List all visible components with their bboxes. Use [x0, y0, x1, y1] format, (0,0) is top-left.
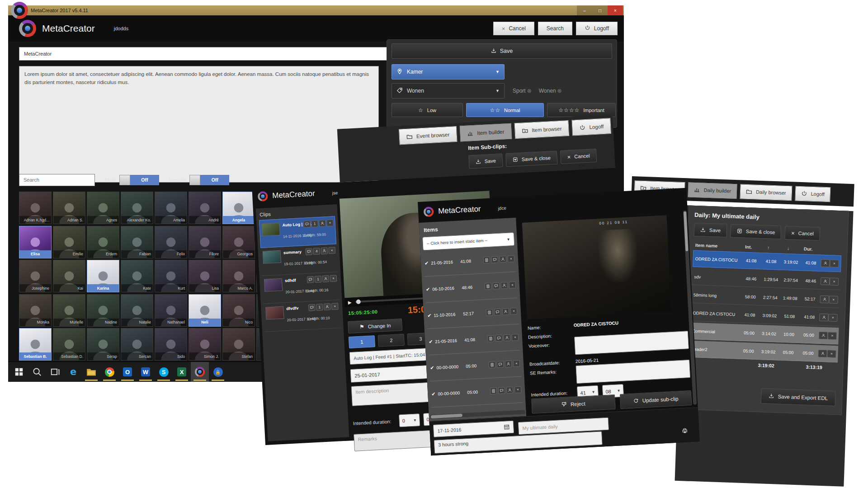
maximize-button[interactable]: □ [592, 5, 608, 15]
person-icon[interactable] [502, 308, 509, 315]
remove-row-icon[interactable]: × [828, 332, 837, 340]
cancel-button[interactable]: ×Cancel [560, 149, 597, 164]
delete-item-icon[interactable]: × [507, 255, 514, 263]
person-icon[interactable] [322, 275, 330, 282]
item-list-row[interactable]: ✔11-10-201652:17× [426, 298, 519, 329]
male-toggle[interactable]: Off [119, 175, 159, 185]
daily-table-row[interactable]: Leader205:003:19:0205:0005:00× [689, 341, 838, 362]
comment-icon[interactable] [493, 282, 500, 290]
taskbar-search-icon[interactable] [28, 362, 46, 382]
video-preview[interactable]: 00 21 08 11 [522, 215, 672, 319]
person-icon[interactable] [321, 247, 328, 254]
update-subclip-button[interactable]: Update sub-clip [620, 390, 692, 409]
item-list-row[interactable]: ✔21-05-201641:08× [427, 324, 520, 356]
comment-icon[interactable] [308, 304, 316, 311]
person-card[interactable]: Lisa [189, 260, 221, 292]
delete-item-icon[interactable]: × [514, 386, 522, 394]
person-card[interactable]: Serap [87, 328, 119, 361]
taskbar-taskview-icon[interactable] [46, 362, 64, 382]
person-card[interactable]: Emilie [53, 226, 85, 258]
person-icon[interactable] [504, 334, 511, 342]
clip-count-badge[interactable]: 1 [311, 220, 318, 227]
delete-item-icon[interactable]: × [513, 360, 520, 367]
clip-count-badge[interactable]: 4 [313, 248, 320, 255]
delete-item-icon[interactable]: × [509, 282, 516, 289]
doc-icon[interactable] [489, 361, 496, 368]
tag-chip[interactable]: Sport⊗ [513, 88, 532, 94]
person-icon[interactable] [500, 256, 507, 263]
person-card[interactable]: Amelia [155, 192, 187, 224]
person-card[interactable]: Fabian [121, 226, 153, 258]
close-button[interactable]: × [608, 5, 623, 15]
person-card[interactable]: Kai [53, 260, 85, 292]
comment-icon[interactable] [497, 361, 504, 368]
metadata-name-input[interactable] [19, 47, 387, 61]
save-export-edl-button[interactable]: Save and Export EDL [761, 388, 836, 406]
person-card[interactable]: Filore [189, 226, 221, 258]
location-dropdown[interactable]: Kamer▼ [392, 64, 505, 80]
save-close-button[interactable]: Save & close [730, 224, 781, 239]
priority-low-button[interactable]: ☆Low [392, 103, 463, 117]
person-card[interactable]: Karina [87, 260, 119, 292]
person-card[interactable]: Nathanael [155, 294, 187, 327]
change-in-button[interactable]: ⚑Change In [348, 319, 402, 333]
play-icon[interactable]: ▶ [348, 300, 352, 305]
daily-tab-daily-builder[interactable]: Daily builder [688, 182, 737, 199]
remove-row-icon[interactable]: × [828, 314, 838, 322]
taskbar-outlook-icon[interactable]: O [118, 362, 137, 382]
person-icon[interactable] [820, 295, 829, 303]
clip-list-item[interactable]: dfvdfv20-01-2017 10:43Length: 00:101× [264, 300, 341, 332]
delete-clip-icon[interactable]: × [326, 220, 334, 227]
comment-icon[interactable] [498, 387, 505, 394]
taskbar-start-icon[interactable] [10, 362, 28, 382]
comment-icon[interactable] [307, 276, 314, 283]
delete-item-icon[interactable]: × [512, 334, 519, 341]
cancel-button[interactable]: ×Cancel [785, 226, 821, 241]
person-card[interactable]: Adrian S. [53, 192, 85, 224]
person-card[interactable]: Nico [222, 294, 255, 327]
person-card[interactable]: Neli [189, 294, 221, 327]
person-card[interactable]: Nadine [87, 294, 119, 327]
search-button[interactable]: Search [538, 22, 572, 35]
save-button[interactable]: Save [392, 43, 612, 59]
person-card[interactable]: Stefan [222, 328, 255, 361]
person-card[interactable]: Adrian K.hgd... [19, 192, 52, 224]
daily-tab-daily-browser[interactable]: Daily browser [740, 184, 793, 201]
delete-clip-icon[interactable]: × [331, 303, 339, 310]
save-close-button[interactable]: Save & close [505, 150, 558, 167]
remove-tag-icon[interactable]: ⊗ [557, 88, 562, 94]
person-card[interactable]: Natalie [121, 294, 153, 327]
cancel-button[interactable]: ×Cancel [493, 22, 534, 35]
person-card[interactable]: Murielle [53, 294, 85, 327]
person-icon[interactable] [819, 313, 829, 321]
seek-knob[interactable] [356, 300, 361, 305]
person-card[interactable]: André [189, 192, 221, 224]
taskbar-explorer-icon[interactable] [82, 362, 100, 382]
person-card[interactable]: Elisa [19, 226, 52, 258]
person-card[interactable]: Kate [121, 260, 153, 292]
person-card[interactable]: Agnes [87, 192, 119, 224]
item-list-row[interactable]: ✔00-00-000005:00× [429, 351, 522, 382]
print-icon[interactable] [682, 427, 691, 436]
taskbar-skype-icon[interactable]: S [155, 362, 173, 382]
comment-icon[interactable] [495, 335, 503, 342]
person-card[interactable]: Felix [155, 226, 187, 258]
delete-clip-icon[interactable]: × [330, 275, 337, 282]
clip-list-item[interactable]: summary19-01-2017 15:19Length: 00:544× [260, 244, 338, 276]
clip-count-badge[interactable]: 1 [316, 304, 323, 311]
scrollbar-thumb[interactable] [684, 211, 689, 251]
person-card[interactable]: Marco A. [222, 260, 255, 292]
person-card[interactable]: Monika [19, 294, 52, 327]
person-icon[interactable] [506, 387, 514, 394]
female-toggle[interactable]: Off [189, 175, 229, 185]
person-card[interactable]: Angela [222, 192, 255, 224]
minimize-button[interactable]: – [577, 5, 592, 15]
delete-clip-icon[interactable]: × [328, 247, 335, 254]
person-icon[interactable] [324, 303, 331, 310]
comment-icon[interactable] [303, 221, 311, 228]
tag-dropdown[interactable]: Wonen▼ [392, 83, 505, 99]
person-card[interactable]: Sido [155, 328, 187, 361]
clip-count-badge[interactable]: 1 [315, 276, 322, 283]
doc-icon[interactable] [486, 309, 493, 316]
remove-tag-icon[interactable]: ⊗ [527, 88, 532, 94]
